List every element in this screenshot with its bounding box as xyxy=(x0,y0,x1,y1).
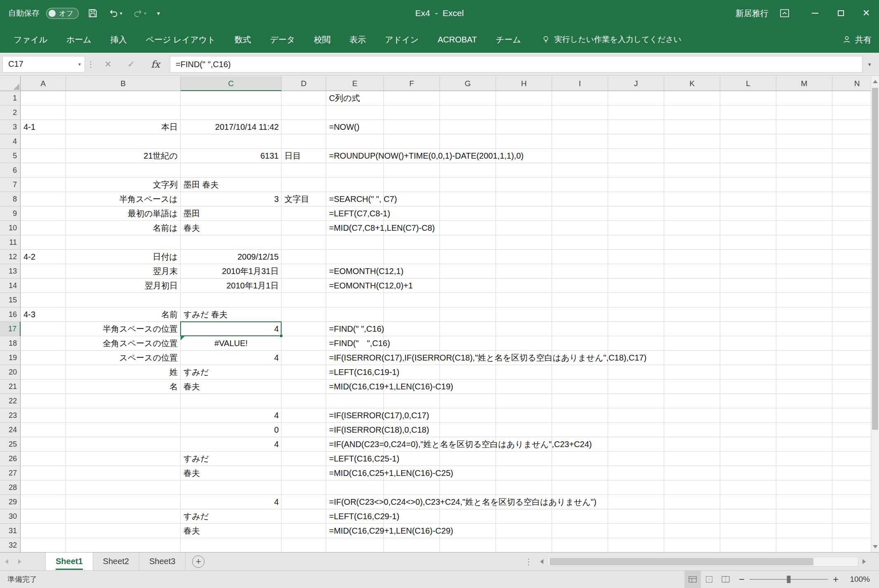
cell-C18[interactable]: #VALUE! xyxy=(181,336,282,351)
ribbon-display-options-button[interactable] xyxy=(779,8,790,19)
ribbon-tab-ホーム[interactable]: ホーム xyxy=(57,26,101,53)
row-header-29[interactable]: 29 xyxy=(0,495,21,509)
cell-B7[interactable]: 文字列 xyxy=(66,178,181,192)
row-header-25[interactable]: 25 xyxy=(0,437,21,452)
row-header-23[interactable]: 23 xyxy=(0,408,21,423)
row-header-6[interactable]: 6 xyxy=(0,163,21,178)
selected-cell-outline[interactable] xyxy=(180,321,282,336)
ribbon-tab-ACROBAT[interactable]: ACROBAT xyxy=(428,26,486,53)
cell-C12[interactable]: 2009/12/15 xyxy=(181,250,282,264)
cell-B21[interactable]: 名 xyxy=(66,380,181,394)
sheet-tab-Sheet1[interactable]: Sheet1 xyxy=(45,553,93,571)
normal-view-button[interactable] xyxy=(684,571,701,588)
cell-E21[interactable]: =MID(C16,C19+1,LEN(C16)-C19) xyxy=(326,380,456,394)
ribbon-tab-ページ レイアウト[interactable]: ページ レイアウト xyxy=(136,26,225,53)
row-header-9[interactable]: 9 xyxy=(0,206,21,221)
fill-handle[interactable] xyxy=(280,334,283,337)
row-header-24[interactable]: 24 xyxy=(0,423,21,437)
row-header-7[interactable]: 7 xyxy=(0,178,21,192)
ribbon-tab-チーム[interactable]: チーム xyxy=(487,26,531,53)
cell-B9[interactable]: 最初の単語は xyxy=(66,206,181,221)
cell-C20[interactable]: すみだ xyxy=(181,365,212,380)
row-header-10[interactable]: 10 xyxy=(0,221,21,235)
column-header-N[interactable]: N xyxy=(832,76,871,91)
scroll-right-button[interactable] xyxy=(858,556,870,567)
ribbon-tab-挿入[interactable]: 挿入 xyxy=(101,26,136,53)
page-layout-view-button[interactable] xyxy=(701,571,717,588)
undo-button[interactable]: ▾ xyxy=(107,7,125,20)
cell-E23[interactable]: =IF(ISERROR(C17),0,C17) xyxy=(326,408,432,423)
ribbon-tab-数式[interactable]: 数式 xyxy=(225,26,261,53)
formula-bar-expand-icon[interactable]: ▾ xyxy=(863,61,877,68)
cell-B12[interactable]: 日付は xyxy=(66,250,181,264)
cell-E19[interactable]: =IF(ISERROR(C17),IF(ISERROR(C18),"姓と名を区切… xyxy=(326,351,649,365)
cell-C14[interactable]: 2010年1月1日 xyxy=(181,279,282,293)
cell-E26[interactable]: =LEFT(C16,C25-1) xyxy=(326,452,402,466)
cell-C9[interactable]: 墨田 xyxy=(181,206,203,221)
cell-E9[interactable]: =LEFT(C7,C8-1) xyxy=(326,206,393,221)
ribbon-tab-データ[interactable]: データ xyxy=(261,26,305,53)
cell-E27[interactable]: =MID(C16,C25+1,LEN(C16)-C25) xyxy=(326,466,456,480)
column-header-K[interactable]: K xyxy=(664,76,720,91)
close-button[interactable]: ✕ xyxy=(853,0,879,26)
cell-C7[interactable]: 墨田 春夫 xyxy=(181,178,222,192)
column-header-M[interactable]: M xyxy=(776,76,832,91)
name-box[interactable]: C17 ▾ xyxy=(2,56,85,73)
cell-C19[interactable]: 4 xyxy=(181,351,282,365)
enter-icon[interactable]: ✓ xyxy=(120,59,143,69)
cell-E30[interactable]: =LEFT(C16,C29-1) xyxy=(326,509,402,524)
cell-E31[interactable]: =MID(C16,C29+1,LEN(C16)-C29) xyxy=(326,524,456,538)
minimize-button[interactable] xyxy=(802,0,828,26)
zoom-level[interactable]: 100% xyxy=(844,575,879,584)
row-header-31[interactable]: 31 xyxy=(0,524,21,538)
sheet-tab-Sheet2[interactable]: Sheet2 xyxy=(93,553,139,571)
zoom-slider[interactable] xyxy=(750,571,828,588)
vertical-scrollbar[interactable] xyxy=(871,76,879,552)
zoom-in-button[interactable]: + xyxy=(828,574,844,585)
cell-C27[interactable]: 春夫 xyxy=(181,466,203,480)
row-header-30[interactable]: 30 xyxy=(0,509,21,524)
maximize-button[interactable] xyxy=(828,0,853,26)
cell-E25[interactable]: =IF(AND(C23=0,C24=0),"姓と名を区切る空白はありません",C… xyxy=(326,437,595,452)
scroll-left-button[interactable] xyxy=(536,556,548,567)
cell-C31[interactable]: 春夫 xyxy=(181,524,203,538)
cell-C26[interactable]: すみだ xyxy=(181,452,212,466)
column-header-L[interactable]: L xyxy=(720,76,776,91)
cell-E29[interactable]: =IF(OR(C23<>0,C24<>0),C23+C24,"姓と名を区切る空白… xyxy=(326,495,599,509)
sheet-nav-right-button[interactable] xyxy=(13,553,26,571)
cell-B10[interactable]: 名前は xyxy=(66,221,181,235)
row-header-19[interactable]: 19 xyxy=(0,351,21,365)
row-header-14[interactable]: 14 xyxy=(0,279,21,293)
cell-C8[interactable]: 3 xyxy=(181,192,282,206)
sheet-nav-left-button[interactable] xyxy=(0,553,13,571)
row-header-2[interactable]: 2 xyxy=(0,105,21,120)
row-header-15[interactable]: 15 xyxy=(0,293,21,307)
cell-C30[interactable]: すみだ xyxy=(181,509,212,524)
cancel-icon[interactable]: ✕ xyxy=(96,59,120,69)
tab-scrollbar-splitter[interactable]: ⋮ xyxy=(524,553,533,571)
formula-input[interactable]: =FIND(" ",C16) xyxy=(170,56,863,73)
cell-E17[interactable]: =FIND(" ",C16) xyxy=(326,322,387,336)
row-header-16[interactable]: 16 xyxy=(0,307,21,322)
zoom-out-button[interactable]: − xyxy=(734,574,750,585)
customize-quick-access-button[interactable]: ▾ xyxy=(155,9,162,18)
cell-B20[interactable]: 姓 xyxy=(66,365,181,380)
cell-B8[interactable]: 半角スペースは xyxy=(66,192,181,206)
cell-B5[interactable]: 21世紀の xyxy=(66,149,181,163)
redo-dropdown-icon[interactable]: ▾ xyxy=(144,11,146,16)
ribbon-tab-アドイン[interactable]: アドイン xyxy=(376,26,428,53)
row-header-11[interactable]: 11 xyxy=(0,235,21,250)
select-all-corner[interactable] xyxy=(0,76,21,91)
column-header-F[interactable]: F xyxy=(384,76,440,91)
column-header-C[interactable]: C xyxy=(181,76,282,91)
formula-bar-splitter[interactable]: ⋮ xyxy=(85,60,96,69)
undo-dropdown-icon[interactable]: ▾ xyxy=(120,11,122,16)
cell-B16[interactable]: 名前 xyxy=(66,307,181,322)
row-header-18[interactable]: 18 xyxy=(0,336,21,351)
cell-E8[interactable]: =SEARCH(" ", C7) xyxy=(326,192,400,206)
cell-C24[interactable]: 0 xyxy=(181,423,282,437)
row-header-5[interactable]: 5 xyxy=(0,149,21,163)
row-header-3[interactable]: 3 xyxy=(0,120,21,134)
insert-function-icon[interactable]: fx xyxy=(143,59,168,70)
horizontal-scrollbar[interactable] xyxy=(536,556,870,567)
